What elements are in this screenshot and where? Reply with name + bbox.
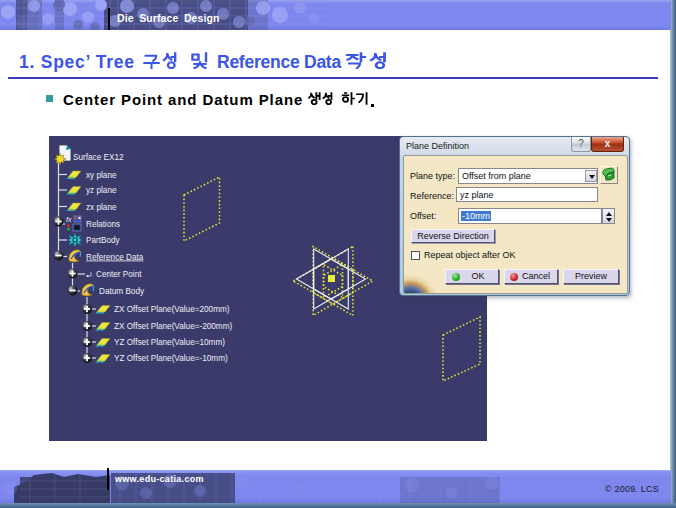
svg-text:Reference Data: Reference Data	[86, 253, 144, 262]
svg-text:YZ Offset Plane(Value=-10mm): YZ Offset Plane(Value=-10mm)	[114, 354, 228, 363]
svg-text:yz plane: yz plane	[86, 186, 117, 195]
svg-text:ZX Offset Plane(Value=200mm): ZX Offset Plane(Value=200mm)	[114, 305, 230, 314]
svg-text:YZ Offset Plane(Value=10mm): YZ Offset Plane(Value=10mm)	[114, 338, 225, 347]
svg-text:ZX Offset Plane(Value=-200mm): ZX Offset Plane(Value=-200mm)	[114, 322, 233, 331]
svg-text:xy plane: xy plane	[86, 171, 117, 180]
svg-text:fx: fx	[66, 216, 72, 223]
svg-text:Center Point: Center Point	[96, 270, 142, 279]
svg-text:Surface EX12: Surface EX12	[73, 153, 124, 162]
svg-text:PartBody: PartBody	[86, 236, 121, 245]
svg-text:zx plane: zx plane	[86, 203, 117, 212]
svg-text:Datum Body: Datum Body	[99, 287, 145, 296]
svg-text:Relations: Relations	[86, 220, 120, 229]
